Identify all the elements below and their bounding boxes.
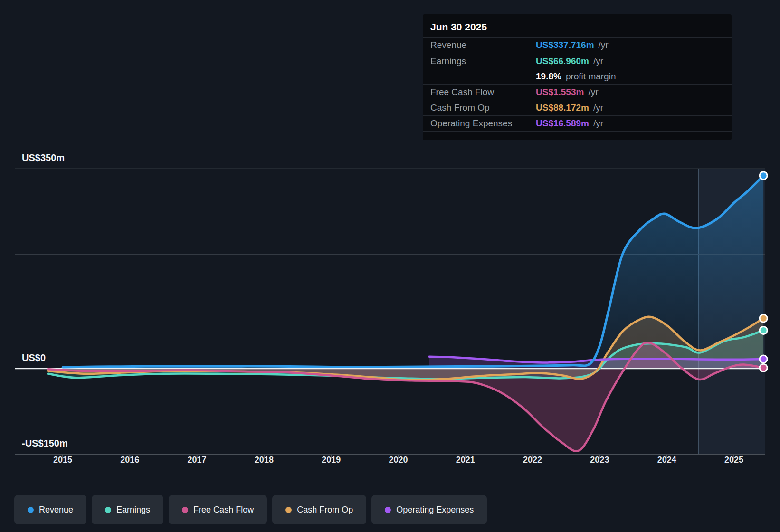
tooltip-row-value: US$66.960m	[536, 56, 589, 66]
legend-label: Cash From Op	[297, 505, 353, 515]
tooltip-row-label: Earnings	[430, 56, 536, 66]
series-free-cash-flow-endpoint-marker[interactable]	[760, 364, 767, 371]
tooltip-row-profit-margin: 19.8%profit margin	[423, 69, 732, 85]
legend-label: Free Cash Flow	[193, 505, 254, 515]
tooltip-row-value: US$1.553m	[536, 87, 584, 97]
tooltip-rows: RevenueUS$337.716m/yrEarningsUS$66.960m/…	[423, 38, 732, 132]
x-axis-label: 2016	[107, 455, 152, 465]
tooltip-row-revenue: RevenueUS$337.716m/yr	[423, 38, 732, 53]
legend-label: Operating Expenses	[396, 505, 474, 515]
legend-dot-icon	[105, 507, 111, 513]
x-axis-label: 2018	[241, 455, 287, 465]
y-axis-label: US$350m	[22, 152, 65, 163]
x-axis-label: 2024	[644, 455, 690, 465]
legend-dot-icon	[28, 507, 34, 513]
tooltip-row-value: US$16.589m	[536, 118, 589, 129]
series-earnings-endpoint-marker[interactable]	[760, 326, 767, 334]
tooltip-row-value: 19.8%	[536, 71, 561, 82]
legend-dot-icon	[285, 507, 292, 513]
legend-chip-operating-expenses[interactable]: Operating Expenses	[371, 495, 487, 524]
x-axis-label: 2021	[443, 455, 488, 465]
chart-tooltip: Jun 30 2025 RevenueUS$337.716m/yrEarning…	[423, 14, 732, 140]
x-axis-label: 2022	[510, 455, 555, 465]
tooltip-row-suffix: profit margin	[566, 71, 616, 82]
series-revenue-endpoint-marker[interactable]	[760, 172, 767, 180]
legend-chip-cash-from-op[interactable]: Cash From Op	[272, 495, 366, 524]
tooltip-row-cash-from-op: Cash From OpUS$88.172m/yr	[423, 100, 732, 116]
legend-chip-free-cash-flow[interactable]: Free Cash Flow	[169, 495, 267, 524]
tooltip-row-label: Operating Expenses	[430, 118, 536, 129]
tooltip-row-free-cash-flow: Free Cash FlowUS$1.553m/yr	[423, 85, 732, 100]
x-axis-label: 2017	[174, 455, 220, 465]
legend-label: Earnings	[116, 505, 150, 515]
x-axis-label: 2015	[40, 455, 86, 465]
tooltip-row-suffix: /yr	[593, 56, 603, 66]
tooltip-row-suffix: /yr	[599, 40, 609, 50]
tooltip-date: Jun 30 2025	[423, 14, 732, 38]
tooltip-row-suffix: /yr	[593, 118, 603, 129]
tooltip-row-value: US$88.172m	[536, 103, 589, 113]
series-operating-expenses-endpoint-marker[interactable]	[760, 355, 767, 363]
x-axis-label: 2020	[376, 455, 421, 465]
series-cash-from-op-endpoint-marker[interactable]	[760, 314, 767, 322]
legend-chip-earnings[interactable]: Earnings	[92, 495, 163, 524]
legend-chip-revenue[interactable]: Revenue	[14, 495, 86, 524]
x-axis-label: 2019	[308, 455, 354, 465]
legend-dot-icon	[385, 507, 391, 513]
tooltip-row-earnings: EarningsUS$66.960m/yr	[423, 53, 732, 69]
tooltip-row-label: Revenue	[430, 40, 536, 50]
legend-label: Revenue	[39, 505, 73, 515]
x-axis-label: 2023	[577, 455, 622, 465]
x-axis-label: 2025	[711, 455, 757, 465]
y-axis-label: -US$150m	[22, 438, 68, 448]
tooltip-row-value: US$337.716m	[536, 40, 594, 50]
legend: RevenueEarningsFree Cash FlowCash From O…	[14, 495, 487, 524]
y-axis-label: US$0	[22, 352, 46, 363]
tooltip-row-suffix: /yr	[593, 103, 603, 113]
tooltip-row-label: Free Cash Flow	[430, 87, 536, 97]
tooltip-row-suffix: /yr	[588, 87, 598, 97]
tooltip-row-operating-expenses: Operating ExpensesUS$16.589m/yr	[423, 116, 732, 132]
tooltip-row-label: Cash From Op	[430, 103, 536, 113]
legend-dot-icon	[182, 507, 188, 513]
